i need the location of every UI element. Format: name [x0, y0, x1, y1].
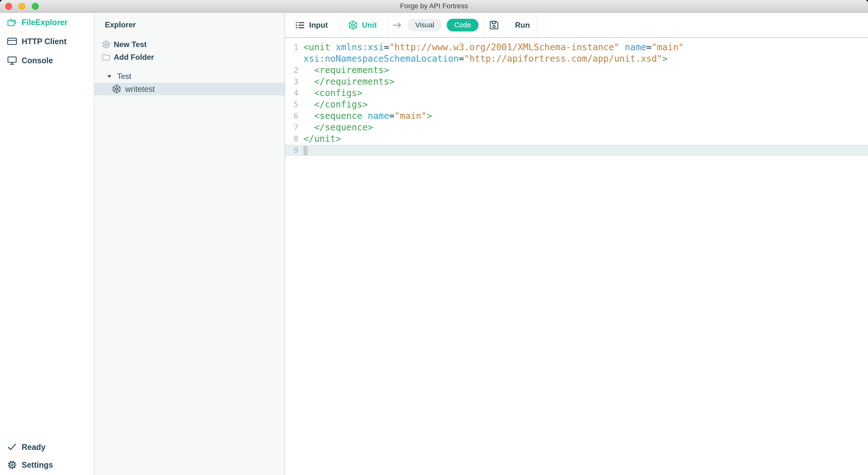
line-number: 8: [285, 133, 303, 145]
text-cursor: [303, 146, 308, 155]
explorer-title: Explorer: [105, 20, 285, 30]
code-line-content: [303, 145, 308, 156]
code-line-content: <sequence name="main">: [303, 110, 432, 122]
monitor-icon: [6, 55, 19, 66]
add-folder-button[interactable]: Add Folder: [94, 51, 285, 64]
code-rows: 1<unit xmlns:xsi="http://www.w3.org/2001…: [285, 42, 868, 156]
cube-icon: [112, 84, 121, 94]
line-number: 5: [285, 99, 303, 110]
titlebar: Forge by API Fortress: [0, 0, 868, 13]
explorer-panel: Explorer New Test: [94, 13, 285, 475]
browser-window-icon: [6, 36, 19, 47]
cube-icon: [102, 40, 111, 49]
code-line[interactable]: 3 </requirements>: [285, 76, 868, 87]
sidebar-item-settings[interactable]: Settings: [0, 456, 94, 474]
code-line[interactable]: 9: [285, 145, 868, 156]
toolbar-spacer: [537, 13, 868, 37]
line-number: [285, 53, 303, 64]
run-section: Run: [484, 13, 537, 37]
sidebar-footer: Ready Settings: [0, 438, 94, 474]
sidebar-item-label: Settings: [22, 461, 53, 470]
new-test-button[interactable]: New Test: [94, 38, 285, 51]
line-number: 6: [285, 110, 303, 122]
code-line[interactable]: xsi:noNamespaceSchemaLocation="http://ap…: [285, 53, 868, 64]
new-test-label: New Test: [114, 40, 147, 49]
chevron-down-icon: [107, 74, 112, 79]
close-button[interactable]: [5, 3, 12, 10]
view-toggle: Visual Code: [408, 19, 478, 31]
check-icon: [6, 441, 19, 453]
sidebar-item-label: HTTP Client: [22, 37, 66, 46]
line-number: 4: [285, 87, 303, 99]
window-title: Forge by API Fortress: [0, 0, 868, 12]
code-line-content: <configs>: [303, 87, 362, 99]
code-line[interactable]: 5 </configs>: [285, 99, 868, 110]
zoom-button[interactable]: [32, 3, 39, 10]
code-line-content: xsi:noNamespaceSchemaLocation="http://ap…: [303, 53, 668, 64]
save-icon[interactable]: [488, 20, 500, 31]
gear-icon: [6, 459, 19, 471]
code-toggle-button[interactable]: Code: [447, 19, 479, 31]
sidebar-item-http-client[interactable]: HTTP Client: [0, 32, 94, 51]
code-line[interactable]: 7 </sequence>: [285, 122, 868, 133]
sidebar: FileExplorer HTTP Client: [0, 13, 94, 475]
status-ready: Ready: [0, 438, 94, 456]
tab-unit[interactable]: Unit: [339, 13, 389, 37]
status-label: Ready: [22, 443, 45, 452]
code-line-content: </unit>: [303, 133, 341, 145]
line-number: 2: [285, 64, 303, 76]
code-line[interactable]: 2 <requirements>: [285, 64, 868, 76]
tab-input-label: Input: [309, 21, 328, 30]
tab-input[interactable]: Input: [285, 13, 339, 37]
tree-item-label: writetest: [125, 85, 155, 94]
tree-folder-label: Test: [117, 72, 131, 81]
line-number: 3: [285, 76, 303, 87]
line-number: 9: [285, 145, 303, 156]
code-line[interactable]: 8</unit>: [285, 133, 868, 145]
folder-icon: [102, 53, 111, 62]
cube-icon: [348, 20, 358, 30]
code-line-content: </configs>: [303, 99, 368, 110]
sidebar-item-label: Console: [22, 56, 53, 65]
code-line-content: </sequence>: [303, 122, 373, 133]
run-button[interactable]: Run: [515, 21, 530, 30]
code-line-content: </requirements>: [303, 76, 395, 87]
list-icon: [294, 20, 305, 31]
visual-toggle-button[interactable]: Visual: [408, 19, 442, 31]
code-line-content: <unit xmlns:xsi="http://www.w3.org/2001/…: [303, 42, 684, 53]
code-line[interactable]: 4 <configs>: [285, 87, 868, 99]
traffic-lights: [5, 3, 39, 10]
sidebar-item-label: FileExplorer: [22, 18, 68, 27]
sidebar-item-file-explorer[interactable]: FileExplorer: [0, 13, 94, 32]
editor-toolbar: Input Unit: [285, 13, 868, 38]
arrow-right-icon: [392, 20, 403, 31]
tree-item-writetest[interactable]: writetest: [94, 83, 285, 95]
minimize-button[interactable]: [19, 3, 25, 10]
line-number: 1: [285, 42, 303, 53]
code-line-content: <requirements>: [303, 64, 389, 76]
explorer-tree: Test writetest: [94, 70, 285, 95]
editor-panel: Input Unit: [285, 13, 868, 475]
folders-icon: [6, 17, 19, 28]
explorer-actions: New Test Add Folder: [94, 38, 285, 64]
view-toggle-section: Visual Code: [389, 13, 484, 37]
code-line[interactable]: 1<unit xmlns:xsi="http://www.w3.org/2001…: [285, 42, 868, 53]
line-number: 7: [285, 122, 303, 133]
tree-folder-test[interactable]: Test: [94, 70, 285, 83]
tab-unit-label: Unit: [362, 21, 377, 30]
app-window: Forge by API Fortress FileExplorer: [0, 0, 868, 475]
code-line[interactable]: 6 <sequence name="main">: [285, 110, 868, 122]
code-editor[interactable]: 1<unit xmlns:xsi="http://www.w3.org/2001…: [285, 38, 868, 475]
add-folder-label: Add Folder: [114, 53, 154, 62]
sidebar-item-console[interactable]: Console: [0, 51, 94, 70]
